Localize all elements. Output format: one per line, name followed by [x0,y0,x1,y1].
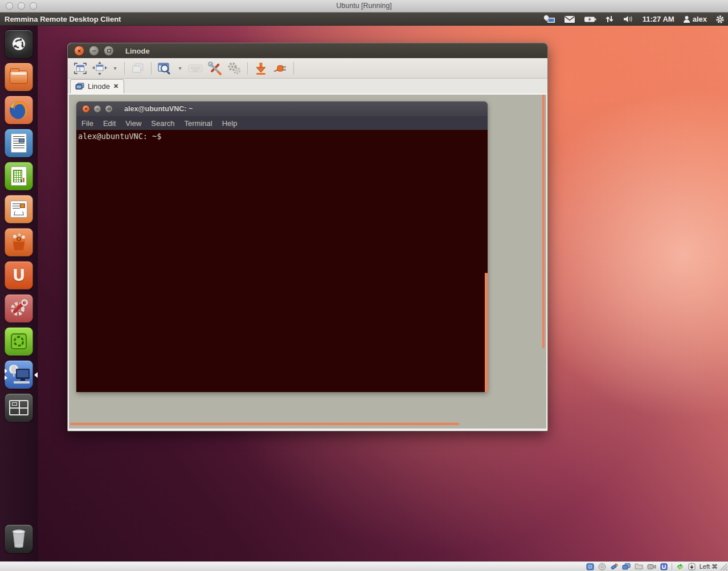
svg-text:1: 1 [79,67,81,71]
remmina-titlebar[interactable]: × − Linode [68,43,547,58]
scaled-dropdown-icon[interactable]: ▾ [111,60,119,76]
scaled-mode-icon [92,62,107,75]
duplicate-connection-button[interactable] [130,60,146,76]
remote-terminal-window[interactable]: × − alex@ubuntuVNC: ~ File Edit View Sea… [76,101,488,392]
disconnect-icon [273,62,288,75]
menu-terminal[interactable]: Terminal [185,119,212,128]
launcher-item-system-settings[interactable] [5,294,33,323]
launcher-item-libreoffice-impress[interactable] [5,195,33,223]
user-menu[interactable]: alex [683,15,707,23]
window-maximize-button[interactable] [104,46,114,56]
tools-icon [227,62,242,75]
keyboard-grab-button[interactable] [187,60,203,76]
connection-tab-icon [75,83,84,90]
mouse-integration-icon[interactable] [676,563,684,570]
toolbar-separator [124,62,125,75]
launcher-item-libreoffice-writer[interactable] [5,129,33,157]
keyboard-capture-icon[interactable] [688,563,696,570]
menu-file[interactable]: File [81,119,93,128]
launcher-item-remmina[interactable] [5,360,33,389]
toolbar-separator [247,62,248,75]
folder-icon [5,63,32,91]
tab-linode[interactable]: Linode ✕ [70,79,124,93]
fullscreen-icon: 1 [73,62,87,75]
tab-label: Linode [88,82,110,91]
software-center-icon [5,229,32,256]
optical-disc-icon[interactable] [598,563,606,570]
shared-folders-icon[interactable] [635,563,643,570]
firefox-icon [5,96,32,124]
remmina-icon [5,361,32,388]
vm-status-bar: Left⌘ [0,561,728,571]
impress-icon [5,195,32,223]
launcher-item-home-folder[interactable] [5,63,33,91]
zoom-icon [157,62,172,75]
launcher-item-dash-home[interactable] [5,30,33,58]
terminal-titlebar[interactable]: × − alex@ubuntuVNC: ~ [76,101,488,116]
remmina-window: × − Linode 1 ▾ ▾ [67,43,548,431]
terminal-title: alex@ubuntuVNC: ~ [124,105,193,113]
ubuntu-one-icon: U [5,262,32,289]
vnc-artifact-stripe [485,273,488,392]
scaled-mode-button[interactable] [92,60,108,76]
terminal-maximize-button[interactable] [105,105,113,113]
window-close-button[interactable]: × [74,46,84,56]
preferences-button[interactable] [207,60,223,76]
terminal-minimize-button[interactable]: − [93,105,101,113]
settings-gear-icon [5,295,32,322]
focused-indicator-arrow [34,372,38,378]
volume-icon[interactable] [623,15,634,23]
preferences-icon [207,61,222,76]
zoom-button[interactable] [157,60,173,76]
keyboard-grab-icon [188,63,203,74]
remmina-tab-strip: Linode ✕ [68,79,547,95]
ubuntu-menu-bar: Remmina Remote Desktop Client 11:27 AM a… [0,13,728,26]
running-indicator-arrow [5,376,7,380]
disconnect-button[interactable] [272,60,288,76]
menu-edit[interactable]: Edit [103,119,116,128]
launcher-item-trash[interactable] [5,524,33,553]
menu-search[interactable]: Search [151,119,174,128]
menu-view[interactable]: View [125,119,141,128]
sync-arrows-icon[interactable] [605,15,614,23]
vnc-artifact-stripe-right [542,95,545,348]
mail-icon[interactable] [564,15,575,23]
usb-icon[interactable] [610,563,618,570]
clock[interactable]: 11:27 AM [643,15,674,23]
terminal-body[interactable]: alex@ubuntuVNC: ~$ [76,130,488,392]
vm-window-titlebar[interactable]: Ubuntu [Running] [0,0,728,13]
landscape-icon [5,328,32,355]
ubuntu-logo-icon [5,30,32,58]
session-gear-icon[interactable] [715,15,725,24]
features-icon[interactable] [660,563,668,570]
tab-close-icon[interactable]: ✕ [113,83,118,90]
hdd-icon[interactable] [586,563,594,570]
workspaces-icon [5,394,32,421]
launcher-item-workspace-switcher[interactable] [5,393,33,422]
launcher-item-ubuntu-one[interactable]: U [5,261,33,289]
remmina-indicator-icon[interactable] [543,15,555,24]
display-icon[interactable] [622,563,631,570]
vnc-viewport[interactable]: × − alex@ubuntuVNC: ~ File Edit View Sea… [68,95,547,430]
running-indicator-arrow [5,369,7,373]
launcher-item-firefox[interactable] [5,96,33,124]
zoom-dropdown-icon[interactable]: ▾ [176,60,184,76]
trash-icon [5,525,32,552]
resize-grip[interactable] [721,564,727,570]
menu-help[interactable]: Help [222,119,238,128]
window-minimize-button[interactable]: − [89,46,99,56]
statusbar-separator [672,563,672,570]
video-capture-icon[interactable] [647,564,656,570]
calc-icon [5,162,32,190]
launcher-item-libreoffice-calc[interactable] [5,162,33,190]
battery-icon[interactable] [584,16,596,23]
fullscreen-button[interactable]: 1 [72,60,88,76]
launcher-item-software-center[interactable] [5,228,33,256]
tools-button[interactable] [226,60,242,76]
terminal-menubar: File Edit View Search Terminal Help [76,116,488,130]
duplicate-connection-icon [131,62,145,75]
active-app-title[interactable]: Remmina Remote Desktop Client [0,15,121,23]
minimize-to-tray-button[interactable] [253,60,269,76]
terminal-close-button[interactable]: × [82,105,90,113]
launcher-item-landscape[interactable] [5,327,33,356]
